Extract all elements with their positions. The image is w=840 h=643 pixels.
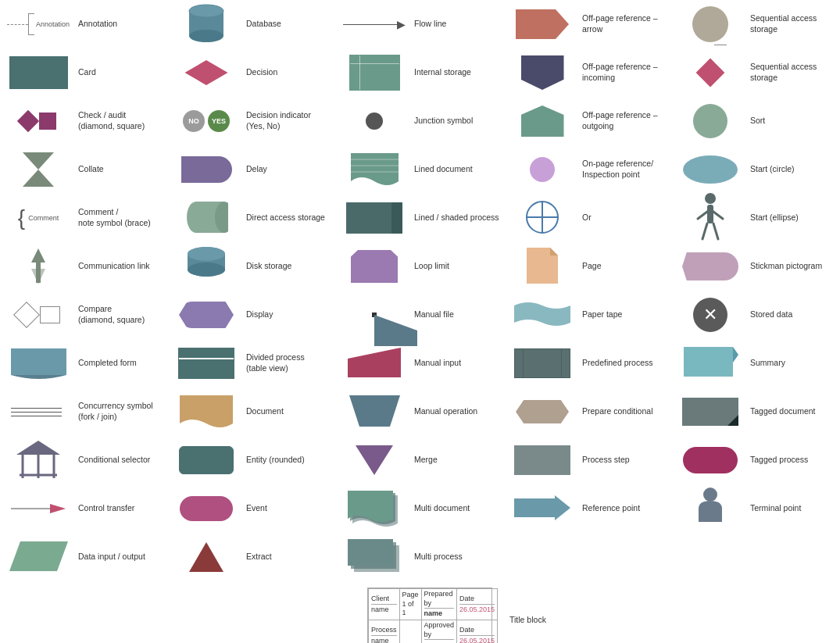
offpagein-label: Off-page reference –incoming xyxy=(577,62,669,83)
entity-label: Entity (rounded) xyxy=(241,455,333,466)
svg-rect-34 xyxy=(348,539,393,566)
symbol-offpageout: Off-page reference –outgoing xyxy=(504,97,672,145)
symbol-junction: Junction symbol xyxy=(336,97,504,145)
compare-shape xyxy=(17,305,60,324)
condsel-shape xyxy=(13,441,64,480)
intstorage-shape xyxy=(349,55,400,91)
event-label: Event xyxy=(241,503,333,514)
terminal-shape xyxy=(683,447,738,473)
symbol-summary: Stored data xyxy=(672,291,840,339)
database-shape xyxy=(188,3,225,45)
directaccess-shape xyxy=(185,200,228,236)
date2-value: 26.05.2015 xyxy=(459,635,495,643)
predefined-label: Predefined process xyxy=(577,358,669,369)
approvedby-value: name xyxy=(424,639,455,643)
symbol-preparecond: Prepare conditional xyxy=(504,388,672,436)
offpageout-label: Off-page reference –outgoing xyxy=(577,110,669,131)
svg-marker-11 xyxy=(50,504,66,513)
merge-label: Merge xyxy=(409,455,501,466)
symbol-predefined: Predefined process xyxy=(504,339,672,388)
client-label: Client xyxy=(371,595,397,604)
svg-marker-30 xyxy=(348,348,401,377)
svg-marker-1 xyxy=(23,170,54,187)
document-label: Document xyxy=(241,406,333,417)
database-label: Database xyxy=(241,19,333,30)
offpagein-shape xyxy=(521,55,564,90)
offpagearrow-shape xyxy=(516,9,569,39)
commlink-shape xyxy=(23,247,53,286)
symbol-tagdoc: Summary xyxy=(672,339,840,388)
summary-label: Stored data xyxy=(745,309,837,320)
symbol-intstorage: Internal storage xyxy=(336,48,504,97)
concurrency-label: Concurrency symbol(fork / join) xyxy=(73,401,165,422)
symbol-card: Card xyxy=(0,48,168,97)
svg-point-24 xyxy=(188,263,225,277)
symbol-multiproc: Multi process xyxy=(336,533,504,581)
symbol-refpoint: Reference point xyxy=(504,484,672,533)
flowline-label: Flow line xyxy=(409,19,501,30)
annotation-label: Annotation xyxy=(73,19,165,30)
symbol-onpageref: On-page reference/Inspection point xyxy=(504,145,672,194)
approvedby-label: Approved by xyxy=(424,621,455,639)
preparecond-label: Prepare conditional xyxy=(577,406,669,417)
collate-shape xyxy=(23,152,54,187)
condsel-label: Conditional selector xyxy=(73,455,165,466)
storeddata-shape xyxy=(682,252,738,280)
svg-line-44 xyxy=(713,223,718,239)
svg-rect-40 xyxy=(707,205,713,223)
symbol-stickman: Start (ellipse) xyxy=(672,194,840,242)
compare-label: Compare(diamond, square) xyxy=(73,304,165,325)
svg-marker-38 xyxy=(514,495,570,520)
directaccess-label: Direct access storage xyxy=(241,213,333,223)
torso-shape xyxy=(695,487,726,531)
symbol-seqaccess: Sequential accessstorage xyxy=(672,0,840,48)
tagprocess-shape xyxy=(682,398,738,426)
preparedby-label: Prepared by xyxy=(424,590,455,608)
symbol-or: Or xyxy=(504,194,672,242)
entity-shape xyxy=(179,446,234,474)
extract-label: Extract xyxy=(241,552,333,563)
or-label: Or xyxy=(577,213,669,223)
startcircle-label: Sort xyxy=(745,116,837,127)
svg-point-46 xyxy=(703,488,717,502)
page-label: Page 1 of 1 xyxy=(399,589,421,620)
summary-shape xyxy=(693,298,727,332)
symbol-decision: Decision xyxy=(168,48,336,97)
symbol-torso: Terminal point xyxy=(672,484,840,533)
stickman-label: Start (ellipse) xyxy=(745,213,837,223)
svg-marker-31 xyxy=(349,395,400,427)
svg-marker-0 xyxy=(23,152,54,170)
terminal-label: Tagged process xyxy=(745,455,837,466)
symbol-extract: Extract xyxy=(168,533,336,581)
decision-shape xyxy=(185,60,228,85)
symbol-annotation: Annotation Annotation xyxy=(0,0,168,48)
check-shape xyxy=(20,113,56,130)
seqaccess-shape xyxy=(692,6,728,42)
refpoint-shape xyxy=(514,495,570,522)
card-shape xyxy=(9,56,68,89)
symbol-processstep: Process step xyxy=(504,436,672,484)
processstep-label: Process step xyxy=(577,455,669,466)
symbol-sort: Sequential access storage xyxy=(672,48,840,97)
multiproc-shape xyxy=(348,539,401,575)
storeddata-label: Stickman pictogram xyxy=(745,261,837,272)
titleblock-label: Title block xyxy=(505,615,546,626)
manualop-shape xyxy=(349,395,400,428)
comment-shape: { Comment xyxy=(18,207,59,229)
predefined-shape xyxy=(514,348,570,378)
intstorage-label: Internal storage xyxy=(409,67,501,78)
symbol-entity: Entity (rounded) xyxy=(168,436,336,484)
papertape-shape xyxy=(514,299,570,330)
symbol-concurrency: Concurrency symbol(fork / join) xyxy=(0,388,168,436)
lineddoc-label: Lined document xyxy=(409,164,501,175)
offpageout-shape xyxy=(521,105,564,137)
seqaccess-label: Sequential accessstorage xyxy=(745,13,837,34)
titleblock-shape: Client name Page 1 of 1 Prepared by name… xyxy=(367,588,492,643)
circle-yes: YES xyxy=(208,110,230,132)
symbol-collate: Collate xyxy=(0,145,168,194)
processstep-shape xyxy=(514,445,570,475)
stickman-shape xyxy=(693,192,727,244)
completedform-label: Completed form xyxy=(73,358,165,369)
looplimit-label: Loop limit xyxy=(409,261,501,272)
delay-shape xyxy=(181,156,232,183)
